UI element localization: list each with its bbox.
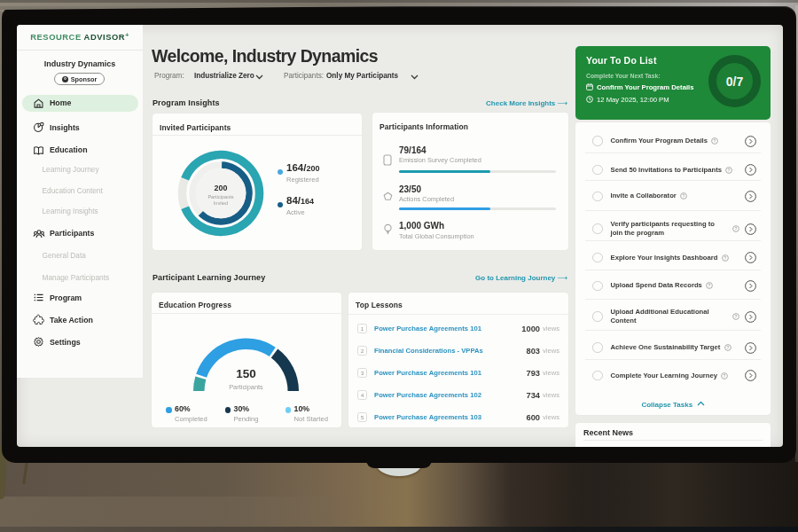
svg-text:?: ? <box>708 283 711 288</box>
svg-text:?: ? <box>724 254 726 260</box>
svg-text:Participants: Participants <box>207 194 233 200</box>
svg-text:?: ? <box>735 314 738 319</box>
svg-text:200: 200 <box>215 184 228 192</box>
svg-text:Invited: Invited <box>214 200 228 206</box>
svg-text:?: ? <box>683 193 685 199</box>
svg-text:?: ? <box>728 167 731 172</box>
svg-text:?: ? <box>726 345 729 350</box>
svg-text:?: ? <box>714 138 716 144</box>
svg-text:?: ? <box>724 372 726 378</box>
svg-text:?: ? <box>735 226 738 231</box>
